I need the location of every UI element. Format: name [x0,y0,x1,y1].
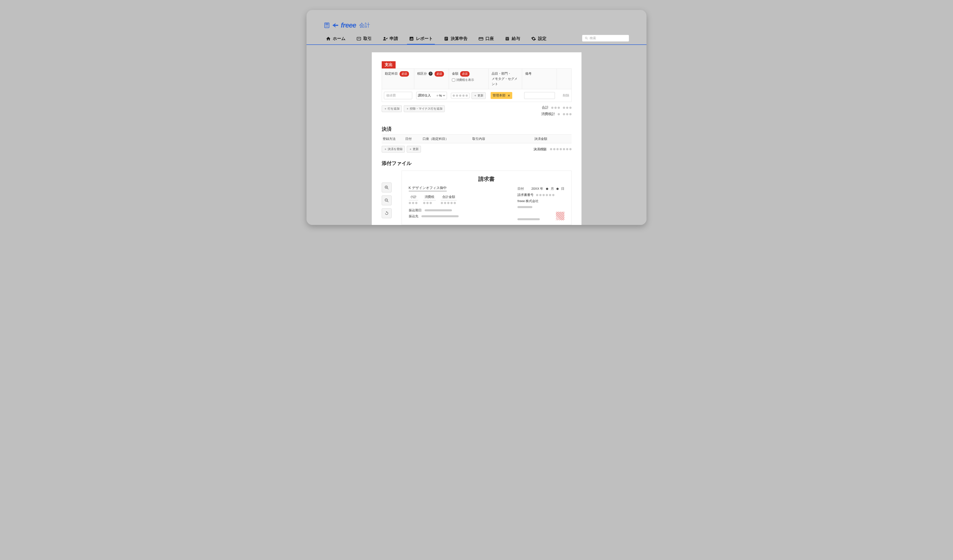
rotate-icon [385,211,389,215]
svg-rect-13 [411,38,412,40]
add-deduction-button[interactable]: ＋控除・マイナス行を追加 [404,105,445,112]
svg-line-26 [387,188,388,189]
svg-rect-20 [479,38,483,39]
nav-accounts[interactable]: 口座 [476,34,496,45]
pay-col-method: 登録方法 [382,137,405,141]
inv-subtotal-label: 小計 [409,195,418,200]
amount-input[interactable] [451,93,470,99]
tax-class-select[interactable]: 課対仕入 % [416,92,447,99]
balance-label: 決済残額 [534,147,546,152]
inv-due-label: 振込期日 [409,208,422,212]
col-amount: 金額 [452,72,458,76]
nav-closing[interactable]: 決算申告 [442,34,470,45]
svg-point-7 [327,26,328,27]
remarks-input[interactable] [524,92,555,99]
svg-point-23 [585,37,587,39]
inv-number-label: 請求書番号 [517,192,534,198]
inv-dest-label: 振込先 [409,214,418,218]
required-badge: 必須 [400,71,409,77]
calculator-icon [324,22,330,28]
chevron-down-icon [443,94,445,97]
zoom-out-icon [385,198,389,203]
svg-rect-22 [506,39,508,39]
account-item-input[interactable]: 修繕費 [384,92,412,99]
update-payment-button[interactable]: ＋更新 [407,146,421,153]
col-tax-class: 税区分 [417,72,427,76]
svg-point-10 [384,37,385,39]
balance-value [550,148,571,150]
product-name: 会計 [359,22,370,29]
search-input[interactable]: 検索 [582,35,629,42]
tax-total-value [558,113,571,115]
show-tax-checkbox[interactable]: 消費税を表示 [452,77,474,82]
svg-rect-12 [410,39,411,40]
reports-icon [409,36,414,41]
invoice-recipient: K デザインオフィス御中 [409,186,447,191]
svg-rect-8 [357,37,361,40]
closing-icon [444,36,449,41]
swallow-icon [332,22,339,29]
accounts-icon [478,36,483,41]
main-nav: ホーム 取引 申請 レポート 決算申告 口座 給与 設定 [306,34,647,45]
zoom-in-button[interactable] [382,183,392,192]
nav-transactions[interactable]: 取引 [354,34,374,45]
svg-point-6 [327,26,327,27]
tax-total-label: 消費税計 [541,112,555,116]
col-remarks: 備考 [522,69,557,89]
pay-col-account: 口座（勘定科目） [423,137,472,141]
inv-tax-label: 消費税 [423,195,436,200]
nav-requests[interactable]: 申請 [381,34,400,45]
attachment-section-title: 添付ファイル [382,160,571,167]
register-payment-button[interactable]: ＋決済を登録 [382,146,405,153]
col-tags: 品目・部門・ メモタグ・セグメント [489,69,522,89]
svg-rect-19 [479,37,483,40]
pay-col-amount: 決済金額 [534,137,571,141]
nav-settings[interactable]: 設定 [529,34,548,45]
svg-rect-1 [325,23,328,25]
payment-header: 登録方法 日付 口座（勘定科目） 取引内容 決済金額 [382,135,571,143]
main-panel: 支出 勘定科目 必須 税区分 ? 必須 金額 必須 [372,52,582,225]
nav-home[interactable]: ホーム [324,34,348,45]
pay-col-date: 日付 [405,137,423,141]
svg-rect-9 [358,38,360,39]
gear-icon [531,36,536,41]
update-amount-button[interactable]: ＋更新 [472,92,486,99]
invoice-title: 請求書 [409,175,564,183]
nav-payroll[interactable]: 給与 [503,34,522,45]
expense-grid-header: 勘定科目 必須 税区分 ? 必須 金額 必須 消費税を表示 [382,68,571,89]
invoice-preview: 請求書 K デザインオフィス御中 小計 消費税 [402,171,571,225]
pay-col-desc: 取引内容 [472,137,534,141]
help-icon[interactable]: ? [428,72,433,76]
requests-icon [383,36,388,41]
inv-date-label: 日付 [517,186,524,192]
svg-rect-14 [412,38,413,40]
svg-point-2 [326,25,326,26]
nav-reports[interactable]: レポート [407,34,435,45]
delete-row-button[interactable]: 削除 [563,93,569,98]
search-icon [585,36,588,40]
rotate-button[interactable] [382,208,392,218]
payroll-icon [505,36,510,41]
remove-tag-icon[interactable]: ✕ [508,94,510,97]
svg-point-3 [327,25,327,26]
logo: freee 会計 [306,18,647,34]
inv-grand-label: 合計金額 [441,195,457,200]
svg-point-4 [327,25,328,26]
inv-issuer: freee 株式会社 [517,198,564,204]
svg-rect-16 [445,37,447,38]
svg-line-24 [587,39,588,39]
expense-badge: 支出 [382,61,396,68]
total-label: 合計 [542,105,549,110]
required-badge: 必須 [460,71,470,77]
svg-point-5 [326,26,326,27]
required-badge: 必須 [435,71,444,77]
col-account-item: 勘定科目 [385,72,398,76]
transactions-icon [356,36,362,41]
total-value [551,107,571,109]
brand-name: freee [341,21,356,29]
zoom-out-button[interactable] [382,195,392,205]
stamp-icon [556,212,564,220]
add-row-button[interactable]: ＋行を追加 [382,105,402,112]
payment-section-title: 決済 [382,126,571,132]
tag-chip[interactable]: 管理本部 ✕ [490,92,512,99]
